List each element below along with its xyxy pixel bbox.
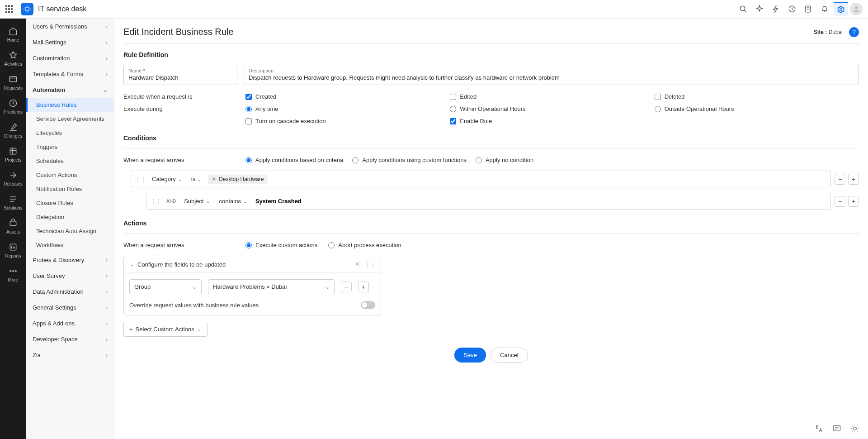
checkbox-enable-rule[interactable]: Enable Rule [450, 118, 654, 124]
theme-icon[interactable] [849, 423, 861, 434]
drag-icon[interactable]: ⋮⋮ [364, 261, 375, 268]
add-row-button[interactable]: + [848, 196, 859, 207]
select-custom-actions-button[interactable]: + Select Custom Actions ⌄ [123, 322, 208, 337]
rail-item-requests[interactable]: Requests [0, 70, 26, 94]
remove-row-button[interactable]: − [835, 174, 845, 185]
tag-remove-icon[interactable]: ✕ [212, 176, 216, 182]
radio-within-hours[interactable]: Within Operational Hours [450, 105, 654, 112]
sidebar-subitem-schedules[interactable]: Schedules [26, 154, 114, 168]
sidebar-item-general-settings[interactable]: General Settings› [26, 300, 114, 315]
rail-item-solutions[interactable]: Solutions [0, 190, 26, 214]
svg-rect-13 [834, 425, 840, 431]
field-dropdown[interactable]: Subject ⌄ [181, 196, 212, 206]
rail-item-reports[interactable]: Reports [0, 238, 26, 262]
radio-outside-hours[interactable]: Outside Operational Hours [655, 105, 859, 112]
name-label: Name [128, 68, 142, 73]
name-input[interactable] [128, 73, 232, 81]
close-panel-icon[interactable]: ✕ [355, 261, 360, 268]
search-icon[interactable] [736, 2, 750, 16]
sidebar-item-user-survey[interactable]: User Survey› [26, 268, 114, 284]
desc-label: Description [249, 68, 854, 73]
sidebar-subitem-technician-auto-assign[interactable]: Technician Auto Assign [26, 224, 114, 238]
desc-input[interactable] [249, 73, 854, 81]
feedback-icon[interactable] [831, 423, 843, 434]
value-input[interactable] [271, 174, 827, 184]
radio-execute-actions[interactable]: Execute custom actions [245, 242, 317, 248]
rail-item-changes[interactable]: Changes [0, 118, 26, 142]
sidebar-item-users-permissions[interactable]: Users & Permissions› [26, 19, 114, 34]
site-chip: Site : Dubai [814, 29, 843, 35]
sparkle-icon[interactable] [752, 2, 767, 16]
sidebar-subitem-custom-actions[interactable]: Custom Actions [26, 168, 114, 182]
radio-anytime[interactable]: Any time [245, 105, 450, 112]
radio-abort-process[interactable]: Abort process execution [328, 242, 401, 248]
history-icon[interactable] [785, 2, 799, 16]
sidebar-subitem-lifecycles[interactable]: Lifecycles [26, 126, 114, 140]
drag-icon[interactable]: ⋮⋮ [150, 198, 161, 205]
rail-item-projects[interactable]: Projects [0, 142, 26, 166]
svg-point-12 [15, 271, 17, 272]
sidebar-item-templates-forms[interactable]: Templates & Forms› [26, 66, 114, 82]
operator-dropdown[interactable]: is ⌄ [189, 174, 204, 184]
radio-apply-custom-fn[interactable]: Apply conditions using custom functions [352, 157, 467, 163]
sidebar-subitem-closure-rules[interactable]: Closure Rules [26, 196, 114, 210]
override-label: Override request values with business ru… [129, 302, 259, 309]
remove-field-button[interactable]: − [341, 282, 352, 292]
rail-item-problems[interactable]: Problems [0, 94, 26, 118]
cond-when-label: When a request arrives [123, 157, 245, 163]
sidebar-item-data-administration[interactable]: Data Administration› [26, 284, 114, 300]
rail-item-home[interactable]: Home [0, 22, 26, 46]
sidebar-item-developer-space[interactable]: Developer Space› [26, 331, 114, 347]
sidebar-subitem-workflows[interactable]: Workflows [26, 238, 114, 252]
sidebar-item-customization[interactable]: Customization› [26, 50, 114, 66]
app-launcher-icon[interactable] [5, 5, 14, 13]
sidebar-subitem-notification-rules[interactable]: Notification Rules [26, 182, 114, 196]
sidebar-item-automation[interactable]: Automation⌄ [26, 82, 114, 98]
sidebar-subitem-service-level-agreements[interactable]: Service Level Agreements [26, 112, 114, 126]
sidebar-subitem-delegation[interactable]: Delegation [26, 210, 114, 224]
sidebar-item-mail-settings[interactable]: Mail Settings› [26, 34, 114, 50]
settings-icon[interactable] [834, 2, 848, 16]
note-icon[interactable] [801, 2, 816, 16]
save-button[interactable]: Save [454, 348, 486, 363]
operator-dropdown[interactable]: contains ⌄ [217, 196, 250, 206]
svg-point-1 [740, 6, 745, 11]
rail-item-activities[interactable]: Activities [0, 46, 26, 70]
main-content: Edit Incident Business Rule Site : Dubai… [114, 19, 868, 439]
rail-item-assets[interactable]: Assets [0, 214, 26, 238]
checkbox-created[interactable]: Created [245, 93, 450, 100]
cancel-button[interactable]: Cancel [491, 348, 528, 363]
drag-icon[interactable]: ⋮⋮ [135, 176, 146, 183]
value-input[interactable] [254, 196, 827, 206]
sidebar-item-apps-add-ons[interactable]: Apps & Add-ons› [26, 315, 114, 331]
collapse-icon[interactable]: ⌄ [129, 261, 134, 267]
sidebar-subitem-triggers[interactable]: Triggers [26, 140, 114, 154]
rail-item-releases[interactable]: Releases [0, 166, 26, 190]
actions-heading: Actions [123, 220, 859, 227]
checkbox-cascade[interactable]: Turn on cascade execution [245, 118, 450, 124]
radio-apply-none[interactable]: Apply no condition [476, 157, 533, 163]
override-toggle[interactable] [361, 301, 375, 309]
field-dropdown[interactable]: Category ⌄ [149, 174, 185, 184]
value-tag[interactable]: ✕Desktop Hardware [208, 175, 267, 184]
radio-apply-criteria[interactable]: Apply conditions based on criteria [245, 157, 343, 163]
checkbox-deleted[interactable]: Deleted [655, 93, 859, 100]
checkbox-edited[interactable]: Edited [450, 93, 654, 100]
add-row-button[interactable]: + [848, 174, 859, 185]
sidebar-item-zia[interactable]: Zia› [26, 347, 114, 363]
add-field-button[interactable]: + [358, 282, 369, 292]
help-icon[interactable]: ? [849, 27, 859, 37]
page-title: Edit Incident Business Rule [123, 27, 233, 37]
user-avatar[interactable] [850, 3, 863, 15]
bell-icon[interactable] [817, 2, 832, 16]
join-label: AND [165, 198, 178, 205]
translate-icon[interactable] [813, 423, 825, 434]
sidebar-subitem-business-rules[interactable]: Business Rules [26, 98, 114, 112]
bolt-icon[interactable] [769, 2, 783, 16]
rail-item-more[interactable]: More [0, 262, 26, 286]
sidebar-item-probes-discovery[interactable]: Probes & Discovery› [26, 252, 114, 268]
value-select[interactable]: Hardware Problems « Dubai⌄ [208, 279, 335, 294]
remove-row-button[interactable]: − [835, 196, 845, 207]
svg-point-3 [840, 9, 842, 11]
field-select[interactable]: Group⌄ [129, 279, 202, 294]
